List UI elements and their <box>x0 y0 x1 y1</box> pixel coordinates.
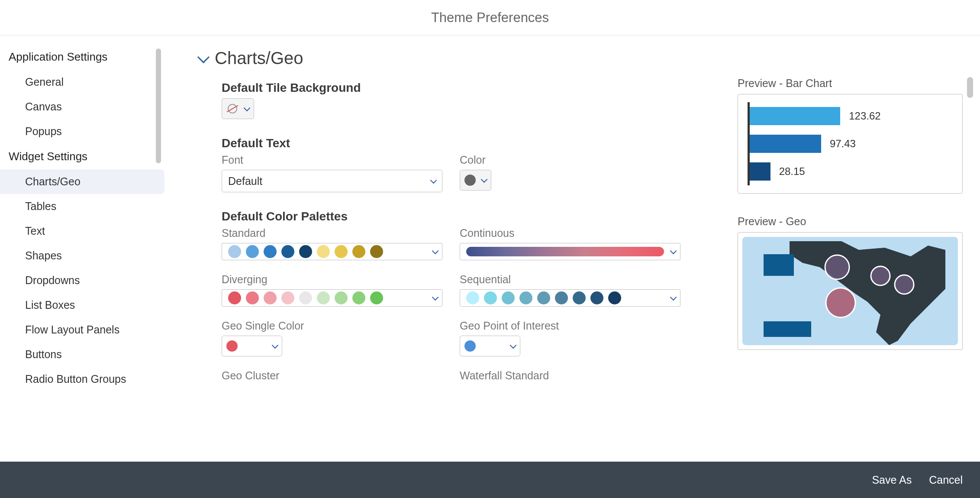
font-value: Default <box>228 175 262 188</box>
chevron-down-icon <box>510 342 517 349</box>
label-standard: Standard <box>222 227 442 239</box>
sidebar-item-radio-button-groups[interactable]: Radio Button Groups <box>0 367 164 391</box>
chevron-down-icon <box>430 177 437 184</box>
sidebar-item-dropdowns[interactable]: Dropdowns <box>0 268 164 293</box>
geo-map <box>742 237 958 345</box>
palette-swatch <box>555 291 568 304</box>
palette-swatch <box>537 291 550 304</box>
chevron-down-icon <box>244 104 251 111</box>
chevron-down-icon <box>481 176 488 183</box>
sidebar-item-canvas[interactable]: Canvas <box>0 94 164 119</box>
section-title: Charts/Geo <box>215 49 303 68</box>
svg-rect-0 <box>764 254 794 276</box>
palette-swatch <box>519 291 532 304</box>
color-swatch-icon <box>464 340 476 352</box>
palette-swatch <box>484 291 497 304</box>
group-title-tile-bg: Default Tile Background <box>222 81 720 95</box>
sidebar-item-general[interactable]: General <box>0 70 164 94</box>
palette-swatch <box>317 291 330 304</box>
color-swatch-icon <box>226 340 238 352</box>
label-font: Font <box>222 154 442 166</box>
content: Charts/Geo Default Tile Background Defau… <box>164 36 980 462</box>
palette-swatch <box>228 245 241 258</box>
gradient-bar <box>466 247 664 256</box>
no-color-icon <box>226 103 239 115</box>
chevron-down-icon <box>432 294 439 301</box>
label-continuous: Continuous <box>460 227 680 239</box>
save-as-button[interactable]: Save As <box>872 474 912 486</box>
bar-row: 97.43 <box>750 130 953 158</box>
preview-scrollbar[interactable] <box>967 77 973 98</box>
sidebar-heading-app-settings: Application Settings <box>0 44 164 70</box>
preview-bar-title: Preview - Bar Chart <box>738 77 963 90</box>
bar-row: 28.15 <box>750 158 953 185</box>
sidebar-item-charts-geo[interactable]: Charts/Geo <box>0 169 164 194</box>
palette-swatch <box>335 245 348 258</box>
palette-swatch <box>608 291 621 304</box>
label-color: Color <box>460 154 491 166</box>
svg-point-3 <box>826 288 855 317</box>
color-swatch-icon <box>464 175 476 186</box>
section-header[interactable]: Charts/Geo <box>199 49 720 68</box>
bar <box>750 107 840 125</box>
label-diverging: Diverging <box>222 273 442 286</box>
bar-value-label: 28.15 <box>779 165 805 178</box>
label-sequential: Sequential <box>460 273 680 286</box>
palette-swatch <box>352 245 365 258</box>
svg-rect-1 <box>764 321 811 337</box>
sidebar-item-shapes[interactable]: Shapes <box>0 243 164 268</box>
group-title-default-text: Default Text <box>222 136 720 150</box>
bar <box>750 162 770 181</box>
palette-swatch <box>281 245 294 258</box>
font-select[interactable]: Default <box>222 170 442 192</box>
label-waterfall: Waterfall Standard <box>460 369 680 382</box>
cancel-button[interactable]: Cancel <box>929 474 963 486</box>
standard-palette-select[interactable] <box>222 243 442 260</box>
svg-point-5 <box>895 275 914 294</box>
palette-swatch <box>502 291 515 304</box>
geo-single-select[interactable] <box>222 336 282 356</box>
sidebar-item-list-boxes[interactable]: List Boxes <box>0 293 164 317</box>
diverging-swatches <box>228 291 383 304</box>
sidebar-item-buttons[interactable]: Buttons <box>0 342 164 367</box>
sequential-palette-select[interactable] <box>460 289 680 307</box>
label-geo-poi: Geo Point of Interest <box>460 320 680 332</box>
palette-swatch <box>466 291 479 304</box>
palette-swatch <box>299 245 312 258</box>
main-area: Application Settings General Canvas Popu… <box>0 36 980 462</box>
palette-swatch <box>264 291 277 304</box>
palette-swatch <box>352 291 365 304</box>
group-palettes: Default Color Palettes Standard Continuo… <box>222 210 720 385</box>
diverging-palette-select[interactable] <box>222 289 442 307</box>
bar-value-label: 97.43 <box>830 138 856 150</box>
sidebar: Application Settings General Canvas Popu… <box>0 36 164 462</box>
chevron-down-icon <box>432 247 439 254</box>
dialog-header: Theme Preferences <box>0 0 980 36</box>
geo-poi-select[interactable] <box>460 336 520 356</box>
group-title-palettes: Default Color Palettes <box>222 210 720 223</box>
sidebar-item-tables[interactable]: Tables <box>0 194 164 219</box>
text-color-select[interactable] <box>460 170 491 191</box>
sidebar-item-popups[interactable]: Popups <box>0 119 164 144</box>
sidebar-item-flow-layout-panels[interactable]: Flow Layout Panels <box>0 317 164 342</box>
palette-swatch <box>590 291 603 304</box>
chevron-down-icon <box>670 247 677 254</box>
sidebar-scrollbar[interactable] <box>156 49 161 163</box>
bar-row: 123.62 <box>750 102 953 130</box>
palette-swatch <box>264 245 277 258</box>
preview-column: Preview - Bar Chart 123.6297.4328.15 Pre… <box>738 49 963 462</box>
tile-bg-select[interactable] <box>222 98 254 119</box>
preview-geo-title: Preview - Geo <box>738 215 963 228</box>
standard-swatches <box>228 245 383 258</box>
sidebar-heading-widget-settings: Widget Settings <box>0 144 164 169</box>
sidebar-item-text[interactable]: Text <box>0 219 164 243</box>
continuous-palette-select[interactable] <box>460 243 680 260</box>
label-geo-cluster: Geo Cluster <box>222 369 442 382</box>
palette-swatch <box>299 291 312 304</box>
preview-bar-chart: 123.6297.4328.15 <box>738 94 963 194</box>
dialog-title: Theme Preferences <box>431 10 549 26</box>
sequential-swatches <box>466 291 621 304</box>
palette-swatch <box>335 291 348 304</box>
label-geo-single: Geo Single Color <box>222 320 442 332</box>
bar-value-label: 123.62 <box>849 110 880 122</box>
